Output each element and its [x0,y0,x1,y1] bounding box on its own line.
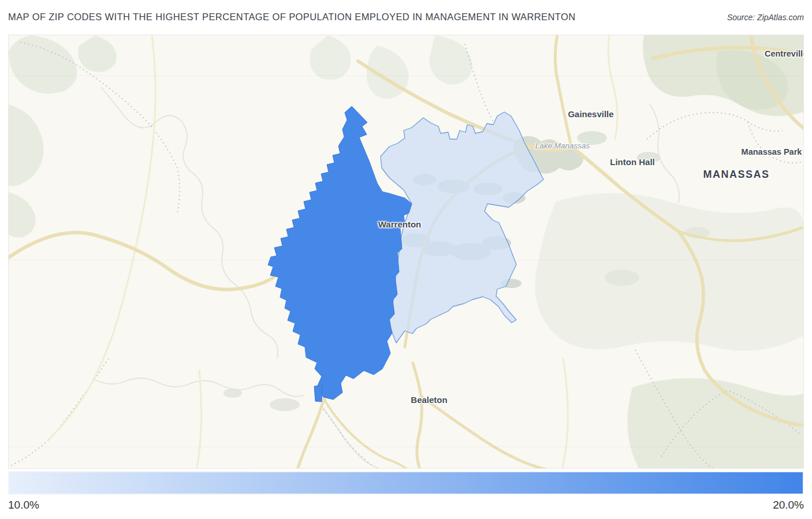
page-title: MAP OF ZIP CODES WITH THE HIGHEST PERCEN… [8,12,576,23]
header: MAP OF ZIP CODES WITH THE HIGHEST PERCEN… [8,10,804,28]
map-art [9,35,804,469]
legend-gradient-rect [9,472,803,494]
legend-labels: 10.0% 20.0% [8,499,804,514]
page: MAP OF ZIP CODES WITH THE HIGHEST PERCEN… [0,0,812,519]
legend-min-label: 10.0% [8,499,39,511]
legend-gradient-bar [8,471,804,495]
source-attribution: Source: ZipAtlas.com [727,13,804,22]
zip-region-low[interactable] [381,112,543,343]
map-canvas[interactable]: Lake Manassas Gainesville Linton Hall MA… [8,35,804,469]
legend-max-label: 20.0% [773,499,804,511]
